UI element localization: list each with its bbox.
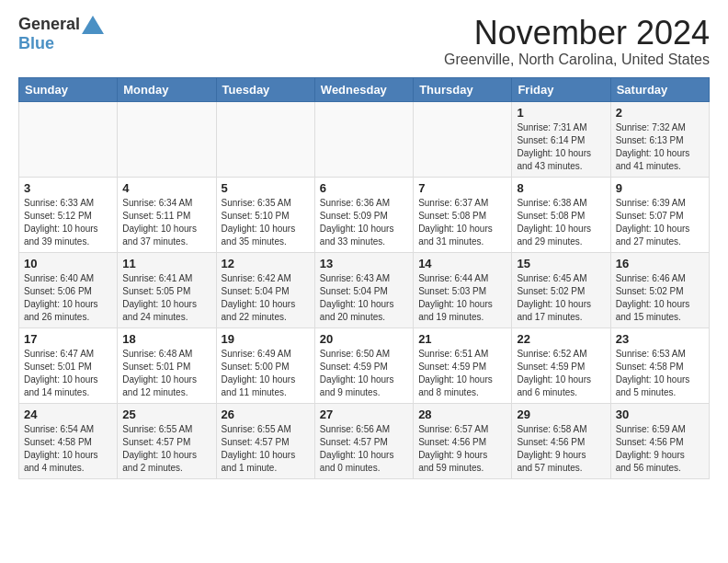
day-info: Sunrise: 6:39 AM Sunset: 5:07 PM Dayligh… [616,197,704,248]
table-row: 9Sunrise: 6:39 AM Sunset: 5:07 PM Daylig… [610,177,709,252]
table-row: 23Sunrise: 6:53 AM Sunset: 4:58 PM Dayli… [610,327,709,403]
table-row: 2Sunrise: 7:32 AM Sunset: 6:13 PM Daylig… [610,101,709,177]
day-number: 11 [122,257,210,270]
day-info: Sunrise: 6:51 AM Sunset: 4:59 PM Dayligh… [418,348,506,399]
day-info: Sunrise: 6:42 AM Sunset: 5:04 PM Dayligh… [222,272,310,324]
calendar-week-2: 3Sunrise: 6:33 AM Sunset: 5:12 PM Daylig… [19,177,710,252]
day-number: 17 [24,332,112,346]
table-row: 17Sunrise: 6:47 AM Sunset: 5:01 PM Dayli… [19,327,118,403]
col-thursday: Thursday [414,77,512,101]
table-row: 30Sunrise: 6:59 AM Sunset: 4:56 PM Dayli… [610,403,709,478]
day-info: Sunrise: 6:54 AM Sunset: 4:58 PM Dayligh… [24,423,112,475]
table-row: 25Sunrise: 6:55 AM Sunset: 4:57 PM Dayli… [118,403,216,478]
table-row: 4Sunrise: 6:34 AM Sunset: 5:11 PM Daylig… [118,177,216,252]
day-number: 7 [418,181,506,195]
day-number: 24 [24,408,112,421]
table-row: 26Sunrise: 6:55 AM Sunset: 4:57 PM Dayli… [216,403,314,478]
table-row: 28Sunrise: 6:57 AM Sunset: 4:56 PM Dayli… [414,403,512,478]
svg-marker-0 [82,16,104,34]
day-number: 6 [320,181,408,195]
table-row: 20Sunrise: 6:50 AM Sunset: 4:59 PM Dayli… [314,327,413,403]
location-title: Greenville, North Carolina, United State… [444,52,710,68]
day-info: Sunrise: 6:53 AM Sunset: 4:58 PM Dayligh… [616,348,704,399]
day-number: 4 [122,181,210,195]
day-info: Sunrise: 6:36 AM Sunset: 5:09 PM Dayligh… [320,197,408,248]
table-row: 27Sunrise: 6:56 AM Sunset: 4:57 PM Dayli… [314,403,413,478]
table-row [118,101,216,177]
table-row: 29Sunrise: 6:58 AM Sunset: 4:56 PM Dayli… [512,403,610,478]
logo: General Blue [18,15,104,53]
day-number: 29 [517,408,605,421]
table-row: 24Sunrise: 6:54 AM Sunset: 4:58 PM Dayli… [19,403,118,478]
day-number: 14 [418,257,506,270]
table-row: 11Sunrise: 6:41 AM Sunset: 5:05 PM Dayli… [118,252,216,327]
table-row: 1Sunrise: 7:31 AM Sunset: 6:14 PM Daylig… [512,101,610,177]
calendar-week-4: 17Sunrise: 6:47 AM Sunset: 5:01 PM Dayli… [19,327,710,403]
day-info: Sunrise: 6:50 AM Sunset: 4:59 PM Dayligh… [320,348,408,399]
table-row: 10Sunrise: 6:40 AM Sunset: 5:06 PM Dayli… [19,252,118,327]
col-friday: Friday [512,77,610,101]
table-row: 14Sunrise: 6:44 AM Sunset: 5:03 PM Dayli… [414,252,512,327]
day-number: 12 [222,257,310,270]
col-sunday: Sunday [19,77,118,101]
day-info: Sunrise: 6:55 AM Sunset: 4:57 PM Dayligh… [122,423,210,475]
day-number: 21 [418,332,506,346]
day-info: Sunrise: 7:32 AM Sunset: 6:13 PM Dayligh… [616,121,704,173]
day-info: Sunrise: 6:52 AM Sunset: 4:59 PM Dayligh… [517,348,605,399]
table-row [216,101,314,177]
logo-icon [82,16,104,34]
calendar-week-3: 10Sunrise: 6:40 AM Sunset: 5:06 PM Dayli… [19,252,710,327]
day-info: Sunrise: 6:44 AM Sunset: 5:03 PM Dayligh… [418,272,506,324]
table-row [19,101,118,177]
calendar-table: Sunday Monday Tuesday Wednesday Thursday… [18,77,710,479]
table-row: 18Sunrise: 6:48 AM Sunset: 5:01 PM Dayli… [118,327,216,403]
day-number: 2 [616,106,704,120]
day-info: Sunrise: 6:33 AM Sunset: 5:12 PM Dayligh… [24,197,112,248]
day-info: Sunrise: 6:41 AM Sunset: 5:05 PM Dayligh… [122,272,210,324]
day-number: 22 [517,332,605,346]
day-number: 13 [320,257,408,270]
day-info: Sunrise: 6:59 AM Sunset: 4:56 PM Dayligh… [616,423,704,475]
table-row: 3Sunrise: 6:33 AM Sunset: 5:12 PM Daylig… [19,177,118,252]
day-number: 25 [122,408,210,421]
day-number: 23 [616,332,704,346]
title-block: November 2024 Greenville, North Carolina… [444,15,710,68]
day-info: Sunrise: 6:34 AM Sunset: 5:11 PM Dayligh… [122,197,210,248]
day-info: Sunrise: 7:31 AM Sunset: 6:14 PM Dayligh… [517,121,605,173]
table-row: 5Sunrise: 6:35 AM Sunset: 5:10 PM Daylig… [216,177,314,252]
day-info: Sunrise: 6:45 AM Sunset: 5:02 PM Dayligh… [517,272,605,324]
header: General Blue November 2024 Greenville, N… [18,15,710,68]
day-info: Sunrise: 6:47 AM Sunset: 5:01 PM Dayligh… [24,348,112,399]
table-row [314,101,413,177]
day-number: 5 [222,181,310,195]
col-saturday: Saturday [610,77,709,101]
table-row: 7Sunrise: 6:37 AM Sunset: 5:08 PM Daylig… [414,177,512,252]
table-row: 12Sunrise: 6:42 AM Sunset: 5:04 PM Dayli… [216,252,314,327]
day-number: 8 [517,181,605,195]
day-number: 19 [222,332,310,346]
table-row: 6Sunrise: 6:36 AM Sunset: 5:09 PM Daylig… [314,177,413,252]
table-row: 8Sunrise: 6:38 AM Sunset: 5:08 PM Daylig… [512,177,610,252]
day-number: 10 [24,257,112,270]
page-container: General Blue November 2024 Greenville, N… [0,0,728,488]
col-wednesday: Wednesday [314,77,413,101]
day-info: Sunrise: 6:37 AM Sunset: 5:08 PM Dayligh… [418,197,506,248]
table-row: 13Sunrise: 6:43 AM Sunset: 5:04 PM Dayli… [314,252,413,327]
day-info: Sunrise: 6:43 AM Sunset: 5:04 PM Dayligh… [320,272,408,324]
day-info: Sunrise: 6:57 AM Sunset: 4:56 PM Dayligh… [418,423,506,475]
month-title: November 2024 [444,15,710,52]
day-info: Sunrise: 6:35 AM Sunset: 5:10 PM Dayligh… [222,197,310,248]
day-number: 30 [616,408,704,421]
day-info: Sunrise: 6:56 AM Sunset: 4:57 PM Dayligh… [320,423,408,475]
day-number: 27 [320,408,408,421]
calendar-header-row: Sunday Monday Tuesday Wednesday Thursday… [19,77,710,101]
day-number: 20 [320,332,408,346]
day-info: Sunrise: 6:46 AM Sunset: 5:02 PM Dayligh… [616,272,704,324]
col-tuesday: Tuesday [216,77,314,101]
day-number: 9 [616,181,704,195]
table-row: 16Sunrise: 6:46 AM Sunset: 5:02 PM Dayli… [610,252,709,327]
day-info: Sunrise: 6:55 AM Sunset: 4:57 PM Dayligh… [222,423,310,475]
col-monday: Monday [118,77,216,101]
logo-blue-text: Blue [18,34,54,52]
day-info: Sunrise: 6:49 AM Sunset: 5:00 PM Dayligh… [222,348,310,399]
